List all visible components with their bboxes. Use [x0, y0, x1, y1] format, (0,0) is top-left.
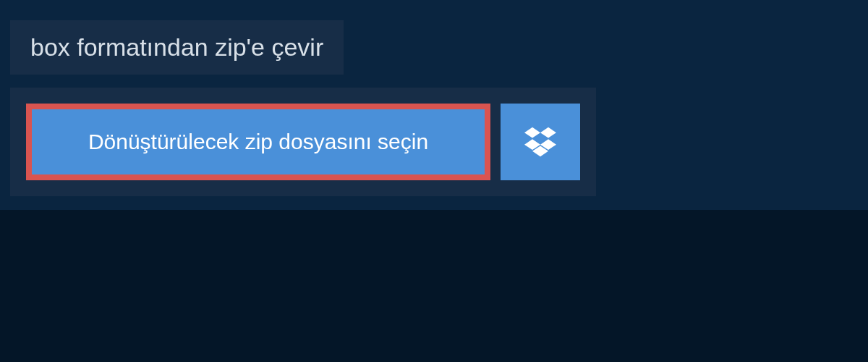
select-file-button[interactable]: Dönüştürülecek zip dosyasını seçin — [26, 104, 490, 180]
title-bar: box formatından zip'e çevir — [10, 20, 344, 75]
dropbox-icon — [524, 126, 556, 158]
select-file-label: Dönüştürülecek zip dosyasını seçin — [88, 130, 428, 153]
upload-section: Dönüştürülecek zip dosyasını seçin — [10, 88, 596, 196]
page-title: box formatından zip'e çevir — [30, 33, 323, 61]
dropbox-button[interactable] — [501, 104, 580, 180]
background-panel — [0, 210, 868, 362]
